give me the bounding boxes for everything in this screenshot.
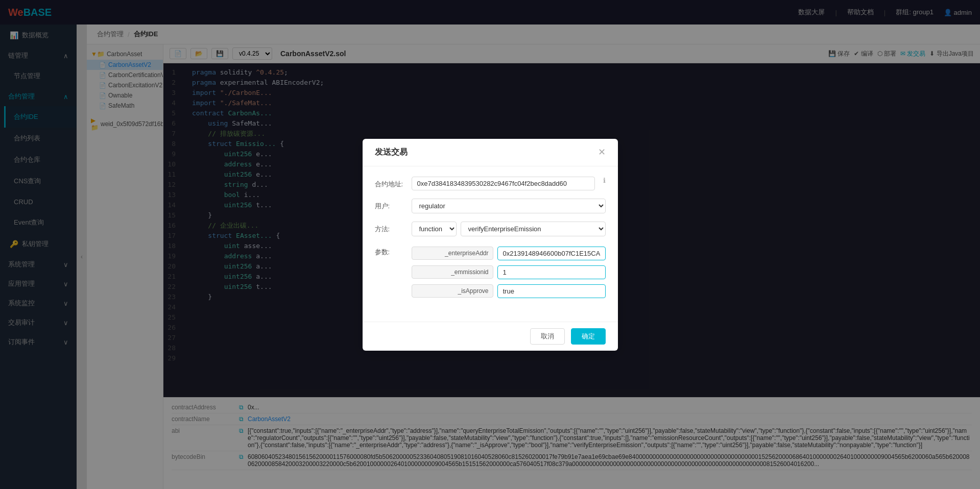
user-select[interactable]: regulator xyxy=(412,199,606,213)
param-input-enterprise-addr[interactable] xyxy=(497,247,606,260)
cancel-button[interactable]: 取消 xyxy=(530,328,565,345)
contract-address-row: 合约地址: ℹ xyxy=(375,177,606,190)
confirm-button[interactable]: 确定 xyxy=(571,328,606,345)
modal-footer: 取消 确定 xyxy=(363,322,618,351)
param-label-emmissionid: _emmissionid xyxy=(412,265,493,279)
param-label-isapprove: _isApprove xyxy=(412,284,493,298)
method-row-inner: function verifyEnterpriseEmission xyxy=(412,222,606,236)
modal-body: 合约地址: ℹ 用户: regulator 方法: xyxy=(363,166,618,322)
param-input-isapprove[interactable] xyxy=(497,284,606,298)
param-input-emmissionid[interactable] xyxy=(497,265,606,279)
contract-address-control xyxy=(412,177,595,190)
param-row-emmissionid: _emmissionid xyxy=(412,265,606,279)
param-row-isapprove: _isApprove xyxy=(412,284,606,298)
user-row: 用户: regulator xyxy=(375,199,606,213)
modal-close-button[interactable]: ✕ xyxy=(598,148,606,157)
method-row: 方法: function verifyEnterpriseEmission xyxy=(375,222,606,236)
params-section: _enterpriseAddr _emmissionid _isApprove xyxy=(412,247,606,303)
contract-address-input[interactable] xyxy=(412,177,595,190)
info-icon[interactable]: ℹ xyxy=(603,177,606,184)
send-tx-modal: 发送交易 ✕ 合约地址: ℹ 用户: regulator xyxy=(363,139,618,351)
contract-address-label: 合约地址: xyxy=(375,177,405,189)
method-label: 方法: xyxy=(375,222,405,234)
method-name-select[interactable]: verifyEnterpriseEmission xyxy=(461,222,606,236)
user-label: 用户: xyxy=(375,199,405,211)
modal-title: 发送交易 xyxy=(375,147,408,158)
method-control: function verifyEnterpriseEmission xyxy=(412,222,606,236)
modal-overlay[interactable]: 发送交易 ✕ 合约地址: ℹ 用户: regulator xyxy=(0,0,980,489)
method-type-select[interactable]: function xyxy=(412,222,457,236)
modal-header: 发送交易 ✕ xyxy=(363,139,618,166)
param-row-enterprise-addr: _enterpriseAddr xyxy=(412,247,606,260)
user-control: regulator xyxy=(412,199,606,213)
params-row: 参数: _enterpriseAddr _emmissionid _isAppr… xyxy=(375,244,606,303)
params-label: 参数: xyxy=(375,244,405,257)
param-label-enterprise-addr: _enterpriseAddr xyxy=(412,247,493,260)
